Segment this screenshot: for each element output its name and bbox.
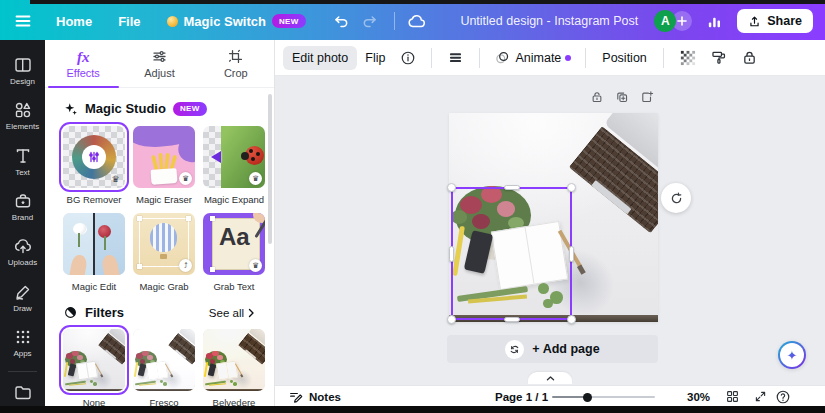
toolbar-divider xyxy=(585,48,586,68)
sidebar-item-design[interactable]: Design xyxy=(0,48,45,93)
zoom-level[interactable]: 30% xyxy=(687,386,710,407)
lock-icon[interactable] xyxy=(734,49,765,66)
filter-label: Fresco xyxy=(133,397,195,406)
duplicate-page-icon[interactable] xyxy=(615,90,629,104)
redo-icon[interactable] xyxy=(361,12,379,30)
pro-crown-badge: ♛ xyxy=(249,172,262,185)
notes-button[interactable]: Notes xyxy=(288,386,341,407)
grab-badge: ⤴ xyxy=(179,259,192,272)
canva-assistant-button[interactable]: ✦ xyxy=(778,341,806,369)
menu-file[interactable]: File xyxy=(118,14,140,29)
help-icon[interactable] xyxy=(775,386,791,407)
workspace: Edit photo Flip Animate Position xyxy=(275,40,825,406)
tab-effects[interactable]: fx Effects xyxy=(45,40,121,87)
filter-none[interactable]: None xyxy=(63,329,125,406)
page-indicator[interactable]: Page 1 / 1 xyxy=(495,386,548,407)
sync-icon xyxy=(505,340,524,359)
sidebar-item-label: Uploads xyxy=(8,258,37,267)
avatar[interactable]: A xyxy=(654,10,676,32)
sidebar-item-brand[interactable]: Brand xyxy=(0,184,45,229)
uploads-icon xyxy=(13,236,33,256)
tab-crop[interactable]: Crop xyxy=(198,40,274,87)
menu-home[interactable]: Home xyxy=(56,14,92,29)
hamburger-menu-icon[interactable] xyxy=(14,12,32,30)
fx-icon: fx xyxy=(77,49,90,65)
draw-icon xyxy=(13,282,33,302)
chevron-right-icon xyxy=(246,308,256,318)
share-button[interactable]: Share xyxy=(737,9,813,33)
panel-scrollbar[interactable] xyxy=(268,94,272,244)
tab-adjust[interactable]: Adjust xyxy=(121,40,197,87)
position-button[interactable]: Position xyxy=(594,46,654,70)
adjust-circle-art xyxy=(82,145,106,169)
lock-page-icon[interactable] xyxy=(590,90,604,104)
resize-handle-left[interactable] xyxy=(449,246,454,262)
resize-handle-bottom-right[interactable] xyxy=(567,315,576,324)
tool-bg-remover[interactable]: ♛ BG Remover xyxy=(63,126,125,205)
image-selection-box[interactable] xyxy=(451,187,572,320)
animate-button[interactable]: Animate xyxy=(488,49,577,66)
filter-label: Belvedere xyxy=(203,397,265,406)
tool-grab-text[interactable]: Aa ♛ Grab Text xyxy=(203,213,265,292)
undo-icon[interactable] xyxy=(332,12,350,30)
tool-magic-grab[interactable]: ⤴ Magic Grab xyxy=(133,213,195,292)
resize-handle-bottom-left[interactable] xyxy=(447,315,456,324)
cloud-save-icon[interactable] xyxy=(407,12,426,31)
copy-style-roller-icon[interactable] xyxy=(703,49,734,66)
see-all-link[interactable]: See all xyxy=(209,307,256,319)
grid-view-icon[interactable] xyxy=(725,386,740,407)
expand-arrow-icon xyxy=(211,151,221,163)
sidebar-item-apps[interactable]: Apps xyxy=(0,320,45,365)
topbar-divider xyxy=(394,12,395,30)
add-page-bar[interactable]: + Add page xyxy=(447,335,658,363)
tool-magic-eraser[interactable]: ♛ Magic Eraser xyxy=(133,126,195,205)
zoom-slider-handle[interactable] xyxy=(583,393,592,402)
info-icon[interactable] xyxy=(393,50,423,66)
flip-button[interactable]: Flip xyxy=(357,46,393,70)
design-title[interactable]: Untitled design - Instagram Post xyxy=(460,14,638,28)
magic-switch-label: Magic Switch xyxy=(184,14,266,29)
edit-photo-button[interactable]: Edit photo xyxy=(283,46,357,70)
magic-switch-button[interactable]: Magic Switch NEW xyxy=(167,14,306,29)
resize-handle-bottom[interactable] xyxy=(504,317,520,322)
insights-chart-icon[interactable] xyxy=(706,13,723,30)
filter-belvedere[interactable]: Belvedere xyxy=(203,329,265,406)
sidebar-item-text[interactable]: Text xyxy=(0,139,45,184)
resize-handle-top-left[interactable] xyxy=(447,183,456,192)
magic-studio-header: Magic Studio NEW xyxy=(63,101,256,116)
sidebar-item-elements[interactable]: Elements xyxy=(0,93,45,138)
add-page-icon[interactable] xyxy=(640,90,654,104)
split-divider xyxy=(93,213,95,275)
sidebar-item-projects[interactable] xyxy=(0,377,45,406)
toolbar-divider xyxy=(663,48,664,68)
resize-handle-top-right[interactable] xyxy=(567,183,576,192)
design-page[interactable] xyxy=(449,113,658,322)
window-top-edge xyxy=(30,0,825,4)
filter-fresco[interactable]: Fresco xyxy=(133,329,195,406)
resize-handle-top[interactable] xyxy=(504,185,520,190)
zoom-slider[interactable] xyxy=(552,396,655,398)
rotate-button[interactable] xyxy=(661,183,691,213)
sidebar-item-draw[interactable]: Draw xyxy=(0,274,45,319)
notification-dot xyxy=(565,55,571,61)
filters-title: Filters xyxy=(85,305,124,320)
pages-drawer-toggle[interactable] xyxy=(528,372,572,384)
tab-label: Crop xyxy=(224,67,248,79)
sidebar-item-uploads[interactable]: Uploads xyxy=(0,229,45,274)
canvas-area[interactable]: + Add page ✦ xyxy=(275,76,825,385)
resize-handle-right[interactable] xyxy=(569,246,574,262)
crop-icon xyxy=(227,48,244,65)
rotate-icon xyxy=(669,191,684,206)
top-bar: Home File Magic Switch NEW Untitled desi… xyxy=(0,0,825,40)
fullscreen-icon[interactable] xyxy=(753,386,768,407)
sidebar-item-label: Apps xyxy=(13,349,31,358)
magic-studio-row-2: Magic Edit ⤴ Magic Grab Aa xyxy=(45,213,274,292)
elements-icon xyxy=(13,100,33,120)
tool-magic-expand[interactable]: ♛ Magic Expand xyxy=(203,126,265,205)
transparency-icon[interactable] xyxy=(672,49,703,66)
brand-icon xyxy=(13,191,33,211)
apps-icon xyxy=(13,327,33,347)
tool-magic-edit[interactable]: Magic Edit xyxy=(63,213,125,292)
chevron-up-icon xyxy=(546,375,555,382)
levels-icon[interactable] xyxy=(440,49,471,66)
